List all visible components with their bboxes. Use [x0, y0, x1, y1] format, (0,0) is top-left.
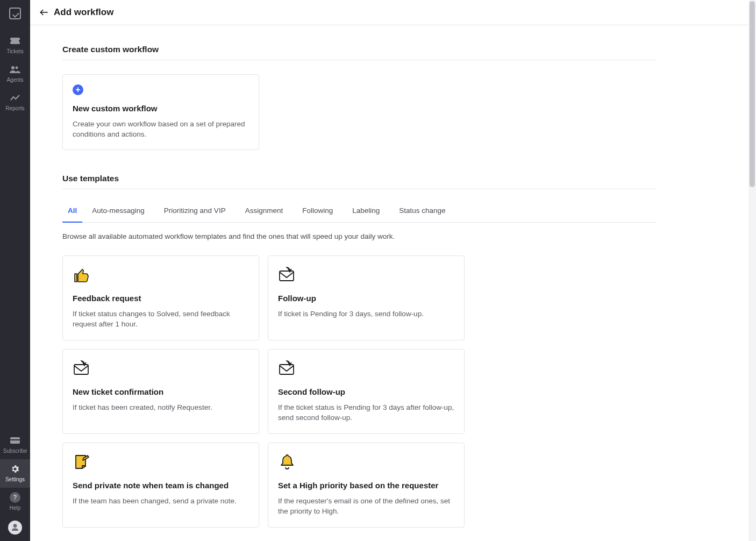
- reports-icon: [10, 92, 20, 103]
- template-title: New ticket confirmation: [73, 387, 249, 396]
- envelope-reply-icon: [73, 359, 91, 378]
- main-content: Create custom workflow + New custom work…: [30, 25, 748, 541]
- subscribe-icon: [10, 435, 20, 446]
- section-title-custom-workflow: Create custom workflow: [62, 45, 656, 60]
- sidebar-item-label: Tickets: [6, 48, 23, 54]
- template-card-second-follow-up[interactable]: Second follow-up If the ticket status is…: [268, 349, 465, 434]
- scrollbar[interactable]: [748, 0, 756, 541]
- tab-status-change[interactable]: Status change: [389, 199, 455, 222]
- tab-auto-messaging[interactable]: Auto-messaging: [82, 199, 154, 222]
- page-header: Add workflow: [30, 0, 756, 25]
- template-title: Follow-up: [278, 294, 454, 303]
- template-title: Send private note when team is changed: [73, 481, 249, 490]
- template-card-high-priority[interactable]: Set a High priority based on the request…: [268, 443, 465, 528]
- sidebar-item-label: Subscribe: [3, 448, 27, 454]
- template-tabs: All Auto-messaging Prioritizing and VIP …: [62, 199, 656, 223]
- section-title-templates: Use templates: [62, 174, 656, 189]
- template-title: Second follow-up: [278, 387, 454, 396]
- bell-icon: [278, 453, 296, 471]
- sidebar-item-help[interactable]: ? Help: [0, 488, 30, 516]
- svg-point-0: [11, 66, 15, 69]
- sidebar-item-label: Agents: [6, 77, 23, 83]
- tab-prioritizing[interactable]: Prioritizing and VIP: [154, 199, 236, 222]
- svg-rect-3: [280, 271, 294, 281]
- sidebar-item-subscribe[interactable]: Subscribe: [0, 431, 30, 459]
- page-title: Add workflow: [54, 7, 113, 18]
- template-description: If ticket has been created, notify Reque…: [73, 403, 249, 413]
- sidebar-item-reports[interactable]: Reports: [0, 88, 30, 117]
- help-icon: ?: [10, 492, 20, 503]
- card-description: Create your own workflow based on a set …: [73, 119, 249, 140]
- envelope-reply-icon: [278, 359, 296, 378]
- tab-all[interactable]: All: [62, 199, 82, 222]
- plus-icon: +: [73, 84, 249, 95]
- sidebar-item-label: Settings: [5, 476, 25, 482]
- ticket-icon: [10, 35, 20, 46]
- thumbs-up-icon: [73, 266, 91, 284]
- template-description: If ticket status changes to Solved, send…: [73, 309, 249, 330]
- envelope-reply-icon: [278, 266, 296, 284]
- template-grid: Feedback request If ticket status change…: [62, 255, 656, 528]
- scrollbar-thumb[interactable]: [750, 1, 755, 187]
- sidebar-item-label: Help: [10, 505, 21, 511]
- tab-assignment[interactable]: Assignment: [236, 199, 293, 222]
- template-title: Set a High priority based on the request…: [278, 481, 454, 490]
- template-card-new-ticket-confirmation[interactable]: New ticket confirmation If ticket has be…: [62, 349, 259, 434]
- user-avatar[interactable]: [8, 521, 22, 535]
- new-custom-workflow-card[interactable]: + New custom workflow Create your own wo…: [62, 74, 259, 150]
- template-title: Feedback request: [73, 294, 249, 303]
- template-card-follow-up[interactable]: Follow-up If ticket is Pending for 3 day…: [268, 255, 465, 340]
- svg-rect-5: [280, 365, 294, 374]
- template-description: If the requester's email is one of the d…: [278, 496, 454, 517]
- tab-labeling[interactable]: Labeling: [343, 199, 389, 222]
- app-logo-icon: [9, 8, 21, 19]
- svg-rect-4: [74, 365, 88, 374]
- svg-point-1: [16, 67, 18, 69]
- template-card-private-note[interactable]: Send private note when team is changed I…: [62, 443, 259, 528]
- gear-icon: [10, 464, 20, 474]
- template-card-feedback-request[interactable]: Feedback request If ticket status change…: [62, 255, 259, 340]
- template-description: If the team has been changed, send a pri…: [73, 496, 249, 507]
- sidebar-item-label: Reports: [5, 105, 24, 111]
- back-button[interactable]: [37, 5, 52, 20]
- templates-description: Browse all available automated workflow …: [62, 232, 656, 240]
- tab-following[interactable]: Following: [293, 199, 343, 222]
- sidebar-item-settings[interactable]: Settings: [0, 459, 30, 488]
- template-description: If the ticket status is Pending for 3 da…: [278, 403, 454, 423]
- agents-icon: [10, 64, 20, 75]
- sidebar-item-tickets[interactable]: Tickets: [0, 31, 30, 60]
- template-description: If ticket is Pending for 3 days, send fo…: [278, 309, 454, 319]
- note-icon: [73, 453, 91, 471]
- sidebar: Tickets Agents Reports Subscribe Setting…: [0, 0, 30, 541]
- sidebar-item-agents[interactable]: Agents: [0, 60, 30, 88]
- card-title: New custom workflow: [73, 104, 249, 113]
